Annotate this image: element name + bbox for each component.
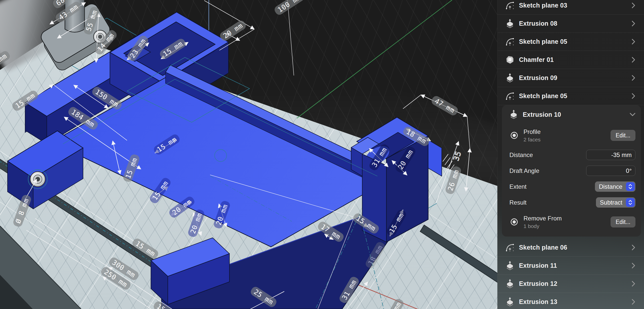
sketch-plane-icon [505, 243, 515, 252]
result-dropdown[interactable]: Subtract [596, 197, 635, 208]
extrusion-icon [505, 279, 515, 289]
profile-label: Profile [524, 128, 541, 135]
chevron-right-icon [632, 299, 635, 305]
extent-value: Distance [599, 183, 622, 190]
sidebar-item-sketch-plane-03[interactable]: Sketch plane 03 [498, 0, 644, 15]
extrusion-icon [509, 110, 518, 119]
extrusion-icon [505, 297, 515, 307]
extrusion-icon [505, 73, 515, 83]
remove-from-row[interactable]: Remove From 1 body Edit... [502, 210, 641, 234]
sketch-plane-icon [505, 37, 515, 47]
sidebar-item-extrusion-09[interactable]: Extrusion 09 [498, 69, 644, 87]
sketch-plane-icon [505, 91, 515, 101]
sidebar-item-extrusion-10[interactable]: Extrusion 10 [502, 105, 641, 124]
extent-row: Extent Distance [502, 179, 641, 195]
history-items-above: Sketch plane 03 Extrusion 08 Sketch plan… [498, 0, 644, 105]
result-value: Subtract [600, 199, 622, 206]
chevron-right-icon [632, 93, 635, 99]
radio-selected-icon [509, 131, 519, 140]
sidebar-item-extrusion-11[interactable]: Extrusion 11 [498, 257, 644, 275]
distance-label: Distance [509, 151, 533, 159]
remove-from-subtext: 1 body [524, 223, 562, 229]
history-items-below: Sketch plane 06 Extrusion 11 Extrusion 1… [498, 239, 644, 309]
sketch-plane-icon [505, 1, 515, 10]
remove-from-edit-button[interactable]: Edit... [611, 216, 635, 227]
chevron-right-icon [632, 57, 635, 63]
sidebar-item-extrusion-12[interactable]: Extrusion 12 [498, 275, 644, 293]
stepper-icon [626, 182, 635, 191]
extrusion-icon [505, 261, 515, 271]
distance-row: Distance [502, 147, 641, 163]
radio-selected-icon [509, 217, 519, 227]
profile-row[interactable]: Profile 2 faces Edit... [502, 124, 641, 147]
extent-label: Extent [509, 183, 527, 190]
chevron-right-icon [632, 2, 635, 9]
stepper-icon [626, 198, 635, 207]
extrusion-10-panel: Extrusion 10 Profile 2 faces Edit... Dis… [502, 105, 641, 237]
remove-from-label: Remove From [524, 215, 562, 222]
chevron-right-icon [632, 262, 635, 269]
sidebar-item-label: Extrusion 10 [523, 111, 561, 118]
profile-edit-button[interactable]: Edit... [611, 130, 635, 141]
result-row: Result Subtract [502, 195, 641, 210]
result-label: Result [509, 199, 527, 206]
chevron-right-icon [632, 75, 635, 81]
distance-input[interactable] [586, 150, 635, 160]
extrusion-icon [505, 19, 515, 28]
draft-angle-row: Draft Angle [502, 163, 641, 179]
chevron-right-icon [632, 244, 635, 251]
chevron-right-icon [632, 20, 635, 27]
extent-dropdown[interactable]: Distance [595, 181, 635, 192]
chevron-right-icon [632, 38, 635, 45]
sidebar-item-chamfer-01[interactable]: Chamfer 01 [498, 51, 644, 69]
sidebar-item-sketch-plane-06[interactable]: Sketch plane 06 [498, 239, 644, 257]
draft-angle-label: Draft Angle [509, 167, 539, 174]
sidebar-item-sketch-plane-05[interactable]: Sketch plane 05 [498, 87, 644, 105]
draft-angle-input[interactable] [586, 166, 635, 176]
sidebar-item-sketch-plane-05[interactable]: Sketch plane 05 [498, 33, 644, 51]
sidebar-item-extrusion-08[interactable]: Extrusion 08 [498, 15, 644, 33]
history-sidebar: Sketch plane 03 Extrusion 08 Sketch plan… [497, 0, 644, 309]
profile-subtext: 2 faces [524, 137, 541, 143]
sidebar-item-extrusion-13[interactable]: Extrusion 13 [498, 293, 644, 309]
chamfer-icon [505, 55, 515, 65]
chevron-down-icon [631, 111, 634, 118]
chevron-right-icon [632, 281, 635, 287]
